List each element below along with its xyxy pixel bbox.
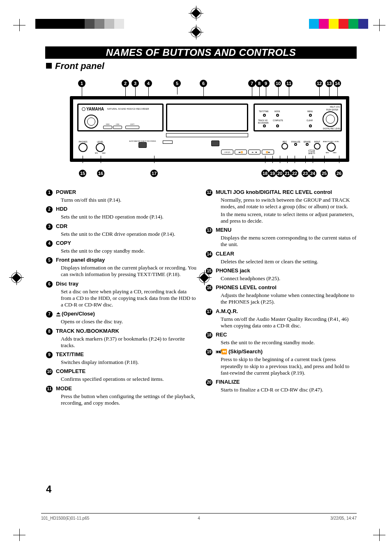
entry-power: 1POWER Turns on/off this unit (P.14).: [46, 189, 197, 203]
max-lbl: MAX: [102, 152, 106, 154]
label-finalize: FINALIZE: [216, 379, 240, 385]
printer-marks-top: [0, 19, 392, 35]
diagram-display: [166, 104, 248, 131]
section-subhead: Front panel: [46, 61, 104, 71]
callout-20: 20: [276, 170, 284, 177]
label-phonesjack: PHONES jack: [216, 267, 250, 274]
callout-1: 1: [78, 80, 85, 87]
callout-26: 26: [335, 170, 343, 177]
clear-btn-icon: [309, 124, 312, 127]
label-rec: REC: [216, 332, 227, 338]
copy-btn-lbl: COPY: [126, 123, 139, 125]
menu-btn-icon: [309, 114, 312, 117]
label-mode: MODE: [56, 385, 72, 391]
callout-3: 3: [131, 80, 139, 87]
label-hdd: HDD: [56, 206, 67, 212]
transport-pill: ⏩/⏭: [262, 150, 274, 154]
grayscale-bars: [35, 19, 124, 29]
eject-btn-icon: [211, 140, 219, 146]
bullet-16: 16: [206, 285, 212, 291]
desc-texttime: Switches display information (P.18).: [61, 359, 197, 366]
bullet-5: 5: [46, 257, 53, 264]
mode-btn-icon: [276, 114, 279, 117]
diagram-left-panel: YAMAHA NATURAL SOUND HDD/CD RECORDER HDD…: [77, 104, 164, 131]
entry-texttime: 9TEXT/TIME Switches display information …: [46, 351, 197, 366]
desc-trackno: Adds track markers (P.37) or bookmarks (…: [61, 336, 197, 349]
eject-icon: [56, 312, 61, 316]
callout-21: 21: [284, 170, 291, 177]
entry-phoneslevel: 16PHONES LEVEL control Adjusts the headp…: [206, 284, 357, 306]
desc-menu: Displays the menu screen corresponding t…: [221, 235, 357, 248]
square-bullet-icon: [46, 63, 52, 69]
bullet-4: 4: [46, 240, 53, 247]
bullet-18: 18: [206, 332, 212, 339]
entry-menu: 13MENU Displays the menu screen correspo…: [206, 227, 357, 248]
cdr-btn-lbl: CDR: [113, 123, 122, 125]
entry-display: 5Front panel display Displays informatio…: [46, 257, 197, 278]
transport-pill: ⏯ / ⏹: [248, 150, 261, 154]
desc-multijog-b: In the menu screen, rotate to select ite…: [221, 211, 357, 225]
entry-mode: 11MODE Press the button when configuring…: [46, 385, 197, 407]
phones-jack-icon: [78, 143, 88, 152]
entry-clear: 14CLEAR Deletes the selected item or cle…: [206, 251, 357, 265]
label-amqr: A.M.Q.R.: [216, 308, 238, 314]
callout-12: 12: [316, 80, 323, 87]
label-tray: Disc tray: [56, 281, 78, 287]
hdd-btn-lbl: HDD: [104, 123, 112, 125]
desc-clear: Deletes the selected item or clears the …: [221, 258, 357, 265]
bullet-6: 6: [46, 281, 53, 288]
label-multijog: MULTI JOG knob/DIGITAL REC LEVEL control: [216, 189, 332, 195]
digreclevel-lbl: DIGITAL REC LEVEL: [323, 128, 341, 130]
transport-pill: ⏮/⏪: [235, 150, 247, 154]
min-lbl: MIN: [95, 152, 98, 154]
label-complete: COMPLETE: [56, 368, 85, 374]
mode-buttons: HDD CDR COPY: [103, 126, 139, 129]
entry-tray: 6Disc tray Set a disc on here when playi…: [46, 281, 197, 309]
callout-7: 7: [248, 80, 256, 87]
callout-17: 17: [150, 170, 158, 177]
bullet-8: 8: [46, 328, 53, 335]
label-menu: MENU: [216, 227, 231, 233]
skipsearch-text: (Skip/Search): [228, 348, 263, 355]
entry-copy: 4COPY Sets the unit to the copy standby …: [46, 240, 197, 254]
callout-16: 16: [97, 170, 104, 177]
desc-copy: Sets the unit to the copy standby mode.: [61, 248, 197, 254]
bullet-10: 10: [46, 368, 53, 375]
callouts-bottom: 15 16 17 18 19 20 21 22 23 24 25 26: [70, 163, 349, 180]
entry-cdr: 3CDR Sets the unit to the CDR drive oper…: [46, 223, 197, 237]
label-cdr: CDR: [56, 223, 67, 229]
desc-amqr: Turns on/off the Audio Master Quality Re…: [221, 316, 357, 329]
multijog-lbl: MULTI JOG: [330, 106, 340, 108]
page-number: 4: [46, 484, 51, 495]
callout-19: 19: [269, 170, 276, 177]
crop-mark: [373, 529, 385, 541]
callouts-top: 1 2 3 4 5 6 7 8 9 10 11 12 13 14: [70, 80, 349, 96]
clear-lbl: CLEAR: [307, 120, 313, 122]
texttime-btn-icon: [263, 114, 266, 117]
bullet-3: 3: [46, 223, 53, 230]
crop-mark: [13, 19, 25, 31]
entry-rec: 18REC Sets the unit to the recording sta…: [206, 332, 357, 346]
subhead-text: Front panel: [55, 61, 104, 71]
callout-15: 15: [79, 170, 86, 177]
min-lbl: MIN: [326, 152, 329, 154]
bullet-20: 20: [206, 379, 212, 386]
bullet-17: 17: [206, 309, 212, 315]
skip-icon: ⏮/⏪: [216, 349, 227, 355]
label-copy: COPY: [56, 240, 71, 246]
callout-23: 23: [302, 170, 309, 177]
callout-11: 11: [285, 80, 293, 87]
registration-mark: [188, 24, 204, 40]
bullet-13: 13: [206, 227, 212, 234]
desc-multijog-a: Normally, press to switch between the GR…: [221, 197, 357, 210]
mode-lbl: MODE: [274, 111, 280, 113]
pushenter-lbl: PUSH ENTER: [326, 109, 338, 111]
content-columns: 1POWER Turns on/off this unit (P.14). 2H…: [46, 187, 357, 408]
callout-9: 9: [262, 80, 270, 87]
desc-phonesjack: Connect headphones (P.25).: [221, 275, 357, 282]
diagram-lower-row: PHONES LEVEL MINMAX AUDIO MASTER QUALITY…: [77, 140, 342, 154]
max-lbl: MAX: [333, 152, 337, 154]
callout-2: 2: [122, 80, 129, 87]
finalize-btn-icon: [294, 143, 297, 146]
erase-btn-icon: [306, 143, 309, 146]
